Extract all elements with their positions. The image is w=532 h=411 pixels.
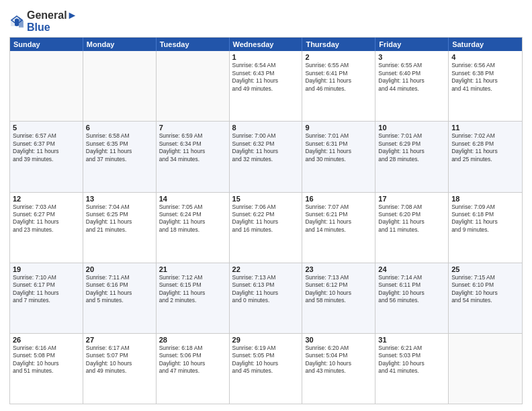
- day-number: 22: [232, 265, 300, 273]
- logo-blue-text: Blue: [27, 21, 50, 33]
- day-cell: 18Sunrise: 7:09 AM Sunset: 6:18 PM Dayli…: [449, 193, 522, 263]
- day-header-thursday: Thursday: [302, 38, 375, 51]
- day-number: 23: [305, 265, 372, 273]
- day-header-sunday: Sunday: [10, 38, 83, 51]
- day-info: Sunrise: 7:10 AM Sunset: 6:17 PM Dayligh…: [13, 274, 80, 305]
- day-info: Sunrise: 7:02 AM Sunset: 6:28 PM Dayligh…: [451, 132, 519, 163]
- day-cell: 4Sunrise: 6:56 AM Sunset: 6:38 PM Daylig…: [449, 51, 522, 121]
- day-cell: [10, 51, 83, 121]
- day-info: Sunrise: 7:11 AM Sunset: 6:16 PM Dayligh…: [86, 274, 153, 305]
- day-number: 3: [378, 53, 445, 61]
- day-cell: 11Sunrise: 7:02 AM Sunset: 6:28 PM Dayli…: [449, 122, 522, 191]
- day-cell: 13Sunrise: 7:04 AM Sunset: 6:25 PM Dayli…: [83, 193, 157, 263]
- week-row: 26Sunrise: 6:16 AM Sunset: 5:08 PM Dayli…: [10, 333, 522, 404]
- day-info: Sunrise: 7:00 AM Sunset: 6:32 PM Dayligh…: [232, 132, 300, 163]
- day-number: 2: [305, 53, 372, 61]
- day-number: 8: [232, 124, 300, 132]
- day-number: 31: [378, 336, 445, 344]
- day-info: Sunrise: 7:04 AM Sunset: 6:25 PM Dayligh…: [86, 203, 153, 234]
- day-cell: 16Sunrise: 7:07 AM Sunset: 6:21 PM Dayli…: [302, 193, 375, 263]
- day-number: 19: [13, 265, 80, 273]
- day-number: 28: [159, 336, 226, 344]
- day-number: 18: [451, 195, 519, 203]
- day-number: 15: [232, 195, 300, 203]
- day-cell: [157, 51, 230, 121]
- day-info: Sunrise: 7:15 AM Sunset: 6:10 PM Dayligh…: [451, 274, 519, 305]
- day-number: 7: [159, 124, 226, 132]
- day-info: Sunrise: 7:07 AM Sunset: 6:21 PM Dayligh…: [305, 203, 372, 234]
- day-number: 11: [451, 124, 519, 132]
- day-cell: 29Sunrise: 6:19 AM Sunset: 5:05 PM Dayli…: [230, 334, 303, 404]
- weeks: 1Sunrise: 6:54 AM Sunset: 6:43 PM Daylig…: [10, 51, 522, 404]
- day-header-saturday: Saturday: [449, 38, 522, 51]
- day-number: 20: [86, 265, 153, 273]
- day-cell: 8Sunrise: 7:00 AM Sunset: 6:32 PM Daylig…: [230, 122, 303, 191]
- week-row: 1Sunrise: 6:54 AM Sunset: 6:43 PM Daylig…: [10, 51, 522, 121]
- day-number: 1: [232, 53, 300, 61]
- day-header-monday: Monday: [83, 38, 157, 51]
- day-cell: 15Sunrise: 7:06 AM Sunset: 6:22 PM Dayli…: [230, 193, 303, 263]
- day-info: Sunrise: 6:20 AM Sunset: 5:04 PM Dayligh…: [305, 345, 372, 375]
- day-info: Sunrise: 6:17 AM Sunset: 5:07 PM Dayligh…: [86, 345, 153, 375]
- day-number: 5: [13, 124, 80, 132]
- day-number: 24: [378, 265, 445, 273]
- day-number: 13: [86, 195, 153, 203]
- week-row: 19Sunrise: 7:10 AM Sunset: 6:17 PM Dayli…: [10, 263, 522, 333]
- day-info: Sunrise: 6:59 AM Sunset: 6:34 PM Dayligh…: [159, 132, 226, 163]
- day-number: 4: [451, 53, 519, 61]
- day-cell: 5Sunrise: 6:57 AM Sunset: 6:37 PM Daylig…: [10, 122, 83, 191]
- day-cell: 23Sunrise: 7:13 AM Sunset: 6:12 PM Dayli…: [302, 263, 375, 333]
- day-number: 17: [378, 195, 445, 203]
- day-cell: 19Sunrise: 7:10 AM Sunset: 6:17 PM Dayli…: [10, 263, 83, 333]
- day-info: Sunrise: 6:18 AM Sunset: 5:06 PM Dayligh…: [159, 345, 226, 375]
- day-info: Sunrise: 7:13 AM Sunset: 6:13 PM Dayligh…: [232, 274, 300, 305]
- week-row: 12Sunrise: 7:03 AM Sunset: 6:27 PM Dayli…: [10, 192, 522, 263]
- day-number: 29: [232, 336, 300, 344]
- day-cell: [83, 51, 157, 121]
- day-number: 16: [305, 195, 372, 203]
- day-info: Sunrise: 6:57 AM Sunset: 6:37 PM Dayligh…: [13, 132, 80, 163]
- day-cell: 31Sunrise: 6:21 AM Sunset: 5:03 PM Dayli…: [375, 334, 449, 404]
- day-info: Sunrise: 7:01 AM Sunset: 6:29 PM Dayligh…: [378, 132, 445, 163]
- day-headers: SundayMondayTuesdayWednesdayThursdayFrid…: [10, 38, 522, 51]
- day-info: Sunrise: 7:05 AM Sunset: 6:24 PM Dayligh…: [159, 203, 226, 234]
- day-info: Sunrise: 7:12 AM Sunset: 6:15 PM Dayligh…: [159, 274, 226, 305]
- day-cell: 20Sunrise: 7:11 AM Sunset: 6:16 PM Dayli…: [83, 263, 157, 333]
- day-info: Sunrise: 7:13 AM Sunset: 6:12 PM Dayligh…: [305, 274, 372, 305]
- day-info: Sunrise: 6:21 AM Sunset: 5:03 PM Dayligh…: [378, 345, 445, 375]
- day-cell: 22Sunrise: 7:13 AM Sunset: 6:13 PM Dayli…: [230, 263, 303, 333]
- day-cell: 2Sunrise: 6:55 AM Sunset: 6:41 PM Daylig…: [302, 51, 375, 121]
- calendar: SundayMondayTuesdayWednesdayThursdayFrid…: [9, 37, 523, 404]
- day-cell: 26Sunrise: 6:16 AM Sunset: 5:08 PM Dayli…: [10, 334, 83, 404]
- day-header-tuesday: Tuesday: [157, 38, 230, 51]
- day-cell: 24Sunrise: 7:14 AM Sunset: 6:11 PM Dayli…: [375, 263, 449, 333]
- day-info: Sunrise: 6:55 AM Sunset: 6:40 PM Dayligh…: [378, 62, 445, 93]
- logo-text: General► Blue: [27, 9, 77, 33]
- day-header-friday: Friday: [375, 38, 449, 51]
- day-number: 6: [86, 124, 153, 132]
- day-cell: 7Sunrise: 6:59 AM Sunset: 6:34 PM Daylig…: [157, 122, 230, 191]
- day-number: 21: [159, 265, 226, 273]
- day-cell: 1Sunrise: 6:54 AM Sunset: 6:43 PM Daylig…: [230, 51, 303, 121]
- day-info: Sunrise: 6:54 AM Sunset: 6:43 PM Dayligh…: [232, 62, 300, 93]
- day-info: Sunrise: 7:03 AM Sunset: 6:27 PM Dayligh…: [13, 203, 80, 234]
- day-number: 14: [159, 195, 226, 203]
- week-row: 5Sunrise: 6:57 AM Sunset: 6:37 PM Daylig…: [10, 121, 522, 191]
- day-info: Sunrise: 7:08 AM Sunset: 6:20 PM Dayligh…: [378, 203, 445, 234]
- day-cell: 27Sunrise: 6:17 AM Sunset: 5:07 PM Dayli…: [83, 334, 157, 404]
- day-cell: [449, 334, 522, 404]
- day-cell: 30Sunrise: 6:20 AM Sunset: 5:04 PM Dayli…: [302, 334, 375, 404]
- day-number: 10: [378, 124, 445, 132]
- day-info: Sunrise: 6:56 AM Sunset: 6:38 PM Dayligh…: [451, 62, 519, 93]
- day-cell: 25Sunrise: 7:15 AM Sunset: 6:10 PM Dayli…: [449, 263, 522, 333]
- day-cell: 14Sunrise: 7:05 AM Sunset: 6:24 PM Dayli…: [157, 193, 230, 263]
- page: General► Blue SundayMondayTuesdayWednesd…: [0, 0, 532, 411]
- logo-icon: [9, 14, 24, 29]
- day-info: Sunrise: 7:06 AM Sunset: 6:22 PM Dayligh…: [232, 203, 300, 234]
- day-number: 26: [13, 336, 80, 344]
- day-info: Sunrise: 7:01 AM Sunset: 6:31 PM Dayligh…: [305, 132, 372, 163]
- day-info: Sunrise: 6:16 AM Sunset: 5:08 PM Dayligh…: [13, 345, 80, 375]
- day-cell: 28Sunrise: 6:18 AM Sunset: 5:06 PM Dayli…: [157, 334, 230, 404]
- day-info: Sunrise: 6:55 AM Sunset: 6:41 PM Dayligh…: [305, 62, 372, 93]
- day-header-wednesday: Wednesday: [230, 38, 303, 51]
